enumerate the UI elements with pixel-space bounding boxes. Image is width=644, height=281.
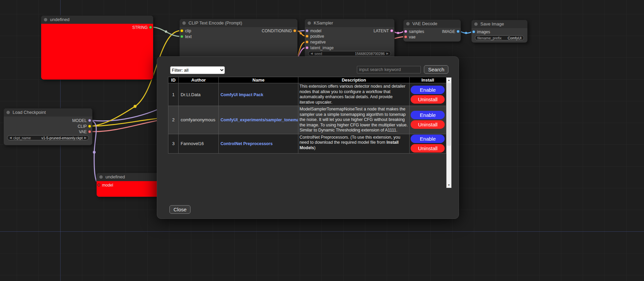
uninstall-button[interactable]: Uninstall: [411, 144, 445, 153]
increment-arrow-icon[interactable]: ▶: [386, 51, 389, 56]
ext-id: 2: [168, 106, 179, 134]
output-dot-latent[interactable]: [390, 29, 393, 32]
scrollbar-down-arrow-icon[interactable]: ▼: [447, 183, 451, 188]
extension-table-container: ID Author Name Description Install 1 Dr.…: [168, 77, 451, 188]
input-dot-clip[interactable]: [180, 29, 183, 32]
input-label-model: model: [310, 29, 321, 33]
input-dot-model[interactable]: [97, 183, 100, 187]
header-name: Name: [219, 77, 298, 83]
input-label-text: text: [185, 34, 192, 39]
node-title-text: undefined: [105, 174, 125, 179]
node-collapse-dot[interactable]: [6, 111, 10, 114]
output-dot-string[interactable]: [149, 26, 152, 29]
header-id: ID: [168, 77, 179, 83]
table-row: 3 Fannovel16 ControlNet Preprocessors Co…: [168, 134, 446, 153]
node-vae-decode[interactable]: VAE Decode samples vae IMAGE: [403, 19, 461, 42]
ext-description: ModelSamplerTonemapNoiseTest a node that…: [298, 106, 409, 134]
widget-value: ComfyUI: [503, 36, 522, 40]
output-dot-vae[interactable]: [88, 130, 91, 133]
node-collapse-dot[interactable]: [406, 22, 410, 25]
scrollbar-up-arrow-icon[interactable]: ▲: [447, 78, 451, 83]
increment-arrow-icon[interactable]: ▶: [84, 136, 86, 140]
comfyui-canvas[interactable]: { "canvas": { "nodes": { "undefined_top"…: [0, 0, 644, 281]
node-title-text: CLIP Text Encode (Prompt): [188, 20, 242, 25]
ext-name-link[interactable]: ComfyUI Impact Pack: [220, 92, 263, 97]
node-save-image[interactable]: Save Image images filename_prefix ComfyU…: [471, 20, 528, 43]
output-label-conditioning: CONDITIONING: [262, 29, 292, 33]
node-collapse-dot[interactable]: [99, 175, 103, 179]
link-midpoint-dot: [134, 105, 137, 108]
enable-button[interactable]: Enable: [411, 86, 445, 94]
input-dot-positive[interactable]: [306, 35, 309, 38]
input-dot-text[interactable]: [180, 35, 183, 38]
node-undefined-top[interactable]: undefined STRING: [41, 15, 153, 80]
node-collapse-dot[interactable]: [44, 18, 47, 21]
enable-button[interactable]: Enable: [411, 135, 445, 143]
close-button[interactable]: Close: [169, 205, 191, 214]
search-input[interactable]: [357, 66, 421, 73]
output-dot-clip[interactable]: [88, 125, 91, 128]
widget-label: filename_prefix: [477, 36, 501, 40]
node-error-body: [41, 24, 153, 80]
node-title-text: KSampler: [314, 20, 333, 25]
output-label-clip: CLIP: [78, 124, 87, 129]
node-title-bar[interactable]: undefined: [41, 16, 153, 24]
table-row: 1 Dr.Lt.Data ComfyUI Impact Pack This ex…: [168, 83, 446, 106]
uninstall-button[interactable]: Uninstall: [411, 120, 445, 129]
output-label-latent: LATENT: [374, 29, 389, 33]
desc-text: ControlNet Preprocessors. (To use this e…: [299, 135, 400, 145]
scrollbar-thumb[interactable]: [447, 83, 451, 146]
node-title-bar[interactable]: CLIP Text Encode (Prompt): [180, 19, 297, 27]
filename-prefix-widget[interactable]: filename_prefix ComfyUI: [475, 35, 524, 40]
seed-widget[interactable]: ◀ seed 156680208700286 ▶: [308, 51, 391, 56]
ext-name-link[interactable]: ControlNet Preprocessors: [220, 141, 273, 146]
extension-manager-dialog: Filter: all Search ID Author Name Descri…: [157, 56, 459, 219]
node-title-text: Save Image: [480, 21, 504, 27]
node-title-text: VAE Decode: [412, 21, 437, 26]
input-dot-model[interactable]: [306, 29, 309, 32]
output-dot-model[interactable]: [88, 119, 91, 122]
header-description: Description: [298, 77, 409, 83]
header-install: Install: [409, 77, 446, 83]
search-group: Search: [357, 65, 448, 74]
input-dot-latent-image[interactable]: [306, 46, 309, 49]
ext-install-cell: Enable Uninstall: [409, 83, 446, 106]
filter-dropdown[interactable]: Filter: all: [170, 66, 225, 74]
uninstall-button[interactable]: Uninstall: [411, 95, 445, 104]
ckpt-name-widget[interactable]: ◀ ckpt_name v1-5-pruned-emaonly.ckpt ▶: [7, 135, 89, 140]
input-dot-vae[interactable]: [404, 35, 407, 38]
table-row: 2 comfyanonymous ComfyUI_experiments/sam…: [168, 106, 446, 134]
extension-table: ID Author Name Description Install 1 Dr.…: [168, 77, 446, 154]
ext-author: comfyanonymous: [179, 106, 219, 134]
output-dot-image[interactable]: [457, 30, 460, 33]
node-title-bar[interactable]: Load Checkpoint: [4, 108, 92, 117]
output-dot-conditioning[interactable]: [293, 29, 296, 32]
node-title-bar[interactable]: Save Image: [472, 20, 527, 28]
node-collapse-dot[interactable]: [182, 21, 186, 25]
node-undefined-bottom[interactable]: undefined model: [96, 173, 160, 197]
ext-author: Fannovel16: [179, 134, 219, 153]
search-button[interactable]: Search: [424, 65, 448, 74]
node-title-bar[interactable]: KSampler: [305, 19, 394, 27]
ext-author: Dr.Lt.Data: [179, 83, 219, 106]
decrement-arrow-icon[interactable]: ◀: [311, 51, 313, 56]
widget-label: ckpt_name: [13, 136, 31, 140]
node-title-bar[interactable]: VAE Decode: [403, 20, 461, 28]
ext-name-link[interactable]: ComfyUI_experiments/sampler_tonemap: [220, 118, 298, 122]
node-title-bar[interactable]: undefined: [97, 173, 160, 181]
output-label-vae: VAE: [79, 129, 87, 134]
table-scrollbar[interactable]: ▲ ▼: [446, 77, 451, 188]
desc-text: This extension offers various detector n…: [299, 84, 405, 105]
enable-button[interactable]: Enable: [411, 111, 445, 119]
node-collapse-dot[interactable]: [474, 22, 478, 26]
widget-label: seed: [314, 52, 322, 56]
decrement-arrow-icon[interactable]: ◀: [10, 136, 12, 140]
input-dot-negative[interactable]: [306, 40, 309, 43]
node-collapse-dot[interactable]: [308, 21, 311, 25]
input-dot-images[interactable]: [472, 30, 475, 33]
node-load-checkpoint[interactable]: Load Checkpoint MODEL CLIP VAE ◀ ckpt_na…: [3, 108, 93, 145]
input-dot-samples[interactable]: [404, 30, 407, 33]
output-label-image: IMAGE: [442, 29, 455, 34]
table-header-row: ID Author Name Description Install: [168, 77, 446, 83]
output-label-model: MODEL: [72, 118, 87, 123]
